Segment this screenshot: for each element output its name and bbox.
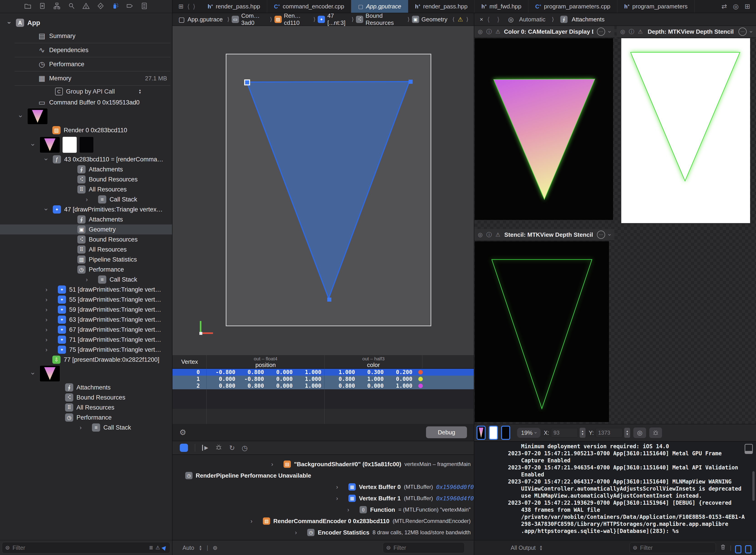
editor-tab[interactable]: command_encoder.cpp — [267, 0, 351, 13]
overlap-circles-icon[interactable]: ◎ — [733, 2, 739, 10]
vertex-handle-0[interactable] — [244, 79, 250, 85]
tree-row[interactable]: Bound Resources — [0, 174, 172, 184]
tree-row[interactable]: All Resources — [0, 245, 172, 255]
tree-row[interactable]: Memory 27.1 MB — [0, 72, 172, 85]
tree-row[interactable]: Performance — [0, 413, 172, 423]
color-attachment-image[interactable] — [475, 38, 613, 220]
variables-filter-field[interactable]: ⊜ — [383, 542, 465, 553]
forward-icon[interactable]: ⟩ — [497, 16, 499, 23]
vertex-handle-1[interactable] — [327, 298, 331, 302]
variable-row[interactable]: Vertex Buffer 1 (MTLBuffer) 0x15960d4f0 — [176, 493, 474, 504]
info-icon[interactable]: ⓘ — [486, 28, 492, 35]
color-column-header[interactable]: out – half3 color — [324, 356, 423, 369]
tree-row[interactable]: 67 [drawPrimitives:Triangle vertexStart:… — [0, 325, 172, 335]
address-link[interactable]: 0x15960d0f0 — [436, 484, 474, 490]
breadcrumb-item[interactable]: Com…3ad0 ⟩ — [232, 12, 274, 27]
disclosure-chevron-icon[interactable] — [43, 286, 50, 293]
warning-icon[interactable]: ⚠ — [638, 29, 643, 35]
warning-badge-icon[interactable]: ⚠ — [458, 16, 463, 23]
hide-debug-area-icon[interactable] — [180, 444, 188, 452]
breadcrumb-item[interactable]: Bound Resources ⟩ — [356, 12, 412, 27]
location-filter-icon[interactable] — [162, 545, 168, 551]
vertex-handle-2[interactable] — [408, 80, 412, 84]
navigator-filter-input[interactable] — [12, 544, 147, 551]
refresh-icon[interactable]: ↻ — [229, 444, 235, 452]
scope-stepper-icon[interactable] — [199, 545, 202, 551]
scope-stepper-icon[interactable] — [539, 545, 543, 551]
disclosure-chevron-icon[interactable] — [43, 346, 50, 353]
variable-row[interactable]: "BackgroundShader#0" (0x15a81fc00) verte… — [176, 459, 474, 470]
tree-row[interactable]: Attachments — [0, 382, 172, 392]
chevron-down-icon[interactable]: › — [606, 234, 613, 236]
tree-row[interactable]: 55 [drawPrimitives:Triangle vertexStart:… — [0, 295, 172, 305]
tree-row[interactable]: Render 0 0x283bcd110 — [0, 125, 172, 135]
trash-icon[interactable] — [720, 544, 726, 552]
drawable-thumbnail[interactable] — [27, 108, 48, 125]
continue-icon[interactable]: ▶ — [202, 445, 208, 451]
tree-row[interactable]: 71 [drawPrimitives:Triangle vertexStart:… — [0, 335, 172, 345]
disclosure-chevron-icon[interactable] — [84, 196, 90, 203]
variable-row[interactable]: Function = (MTLFunction) "vertexMain" — [176, 504, 474, 515]
output-scope-selector[interactable]: All Output — [511, 545, 536, 551]
stencil-attachment-image[interactable] — [475, 241, 609, 422]
warning-icon[interactable] — [82, 2, 90, 11]
test-diamond-icon[interactable] — [97, 2, 104, 11]
compare-icon[interactable]: ◎ — [478, 231, 483, 238]
tree-row[interactable]: Call Stack — [0, 274, 172, 285]
console-filter-field[interactable]: ⊜ — [629, 542, 716, 553]
texture-thumbnails[interactable] — [27, 108, 48, 125]
shader-debugger-button[interactable] — [649, 428, 662, 438]
assistant-section[interactable]: Attachments — [572, 16, 605, 23]
debug-spray-icon[interactable] — [111, 2, 119, 11]
variable-row[interactable]: RenderPipeline Performance Unavailable — [176, 470, 474, 481]
stencil-thumbnail[interactable] — [501, 426, 510, 440]
vertex-row[interactable]: 0 -0.800 0.800 0.000 1.000 1.000 0.300 0… — [173, 369, 474, 376]
y-coordinate-field[interactable] — [595, 428, 622, 437]
disclosure-chevron-icon[interactable] — [43, 326, 50, 333]
texture-thumbnails[interactable] — [40, 366, 60, 382]
search-icon[interactable] — [68, 2, 75, 11]
compare-icon[interactable]: ◎ — [620, 29, 625, 35]
tree-row[interactable]: Performance — [0, 57, 172, 71]
drawable-thumbnail[interactable] — [40, 366, 60, 382]
tree-row[interactable] — [0, 108, 172, 125]
performance-gauge-icon[interactable]: ◷ — [242, 444, 248, 452]
related-items-icon[interactable]: ⊞ — [178, 3, 184, 10]
disclosure-chevron-icon[interactable] — [334, 495, 340, 502]
variables-filter-input[interactable] — [393, 544, 467, 551]
gear-icon[interactable]: ⚙ — [179, 428, 186, 437]
variables-panel-icon[interactable] — [735, 545, 742, 553]
breadcrumb-item[interactable]: Geometry ⟩ — [412, 16, 447, 23]
target-picker-button[interactable]: ◎ — [633, 428, 646, 438]
disclosure-chevron-icon[interactable] — [43, 206, 50, 213]
disclosure-chevron-icon[interactable] — [30, 370, 36, 377]
depth-attachment-image[interactable] — [621, 38, 750, 223]
more-options-icon[interactable]: ⋯ — [597, 28, 605, 36]
tree-row[interactable]: Bound Resources — [0, 234, 172, 245]
tree-row[interactable]: Attachments — [0, 214, 172, 224]
tree-row[interactable] — [0, 135, 172, 154]
y-stepper[interactable] — [624, 428, 630, 438]
stencil-thumbnail[interactable] — [79, 137, 94, 153]
vertex-column-header[interactable]: Vertex — [173, 355, 207, 368]
more-options-icon[interactable]: ⋯ — [739, 28, 747, 36]
texture-thumbnails[interactable] — [40, 137, 94, 153]
editor-tab[interactable]: program_parameters — [617, 0, 695, 13]
disclosure-chevron-icon[interactable] — [248, 518, 255, 525]
compare-icon[interactable]: ◎ — [478, 29, 483, 35]
vertex-row[interactable]: 2 0.800 0.800 0.000 1.000 0.800 0.000 1.… — [173, 382, 474, 389]
console-output[interactable]: Minimum deployment version required: iOS… — [474, 441, 756, 540]
log-list-icon[interactable] — [140, 2, 148, 11]
address-link[interactable]: 0x15960d4f0 — [436, 495, 474, 502]
next-issue-icon[interactable]: ⟩ — [466, 16, 469, 23]
disclosure-chevron-icon[interactable] — [84, 276, 90, 283]
tree-row[interactable]: App — [0, 16, 172, 29]
tree-row[interactable]: Group by API Call — [0, 86, 172, 97]
disclosure-chevron-icon[interactable] — [293, 529, 299, 536]
assistant-mode[interactable]: Automatic — [519, 16, 545, 23]
bug-icon[interactable] — [215, 444, 222, 452]
forward-icon[interactable]: ⟩ — [193, 3, 195, 10]
editor-tab[interactable]: program_parameters.cpp — [528, 0, 617, 13]
depth-thumbnail[interactable] — [62, 137, 77, 153]
tree-row[interactable]: Pipeline Statistics — [0, 255, 172, 264]
